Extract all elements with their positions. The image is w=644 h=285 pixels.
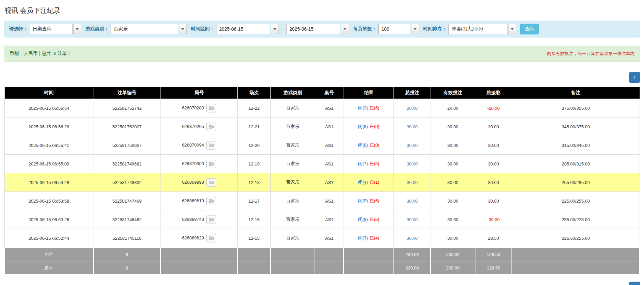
date-from-value[interactable]: 2025-06-15 bbox=[216, 24, 270, 34]
chevron-down-icon[interactable] bbox=[73, 24, 81, 34]
grand-total-valid-bet: 230.00 bbox=[431, 261, 475, 275]
query-type-value[interactable]: 日期查询 bbox=[30, 24, 72, 34]
cell-result: 闲(4)庄(1) bbox=[344, 173, 394, 192]
cell-time: 2025-06-15 06:56:28 bbox=[4, 118, 93, 136]
sort-order-select[interactable]: 降幂(由大到小) bbox=[448, 24, 516, 34]
cell-payout: 30.00 bbox=[475, 192, 512, 210]
video-replay-icon[interactable] bbox=[206, 123, 216, 131]
total-bet-link[interactable]: 30.00 bbox=[407, 143, 418, 148]
chevron-down-icon[interactable] bbox=[271, 24, 279, 34]
total-bet-link[interactable]: 30.00 bbox=[407, 236, 418, 241]
cell-remark: 255.00/225.00 bbox=[512, 210, 640, 229]
cell-valid-bet: 30.00 bbox=[431, 118, 475, 136]
round-id-text: 626870000 bbox=[182, 161, 204, 166]
page-size-select[interactable]: 100 bbox=[378, 24, 419, 34]
cell-total-bet: 30.00 bbox=[394, 210, 431, 229]
total-bet-link[interactable]: 30.00 bbox=[407, 199, 418, 204]
cell-bet-id: 522581749682 bbox=[93, 155, 161, 173]
video-replay-icon[interactable] bbox=[206, 197, 216, 205]
search-button[interactable]: 查询 bbox=[520, 24, 539, 34]
player-result: 闲(2) bbox=[358, 105, 368, 110]
empty-cell bbox=[270, 248, 315, 261]
cell-bet-id: 522581747469 bbox=[93, 192, 161, 210]
player-result: 闲(4) bbox=[358, 180, 368, 185]
cell-result: 闲(9)庄(0) bbox=[344, 118, 394, 136]
cell-game-type: 百家乐 bbox=[270, 136, 315, 155]
chevron-down-icon[interactable] bbox=[179, 24, 187, 34]
page-1-button[interactable]: 1 bbox=[629, 282, 640, 285]
table-row: 2025-06-15 06:56:54 522581752742 6268702… bbox=[4, 99, 640, 118]
cell-total-bet: 20.00 bbox=[394, 99, 431, 118]
table-row: 2025-06-15 06:55:41 522581750607 6268700… bbox=[4, 136, 640, 155]
total-bet-link[interactable]: 30.00 bbox=[407, 217, 418, 222]
banker-result: 庄(0) bbox=[370, 142, 379, 148]
page-1-button[interactable]: 1 bbox=[629, 72, 640, 83]
grand-total-row: 总计 8 230.00 230.00 128.50 bbox=[4, 261, 640, 275]
header-session: 场次 bbox=[237, 87, 270, 99]
video-replay-icon[interactable] bbox=[206, 178, 216, 187]
cell-bet-id: 522581746462 bbox=[93, 210, 161, 229]
round-id-text: 626870205 bbox=[182, 124, 204, 129]
cell-payout: -30.00 bbox=[475, 210, 512, 229]
cell-round-id: 626869629 bbox=[160, 229, 237, 248]
sort-order-value[interactable]: 降幂(由大到小) bbox=[448, 24, 507, 34]
video-replay-icon[interactable] bbox=[206, 104, 216, 112]
chevron-down-icon[interactable] bbox=[508, 24, 516, 34]
cell-time: 2025-06-15 06:53:26 bbox=[4, 210, 93, 229]
table-row: 2025-06-15 06:53:58 522581747469 6268698… bbox=[4, 192, 640, 210]
cell-valid-bet: 30.00 bbox=[431, 229, 475, 248]
total-bet-link[interactable]: 20.00 bbox=[407, 106, 418, 111]
video-replay-icon[interactable] bbox=[206, 141, 216, 150]
valid-bet-notice: 同局有效投注，统一计算在该局第一张注单内 bbox=[547, 51, 635, 57]
cell-bet-id: 522581748332 bbox=[93, 173, 161, 192]
cell-bet-id: 522581752742 bbox=[93, 99, 161, 118]
cell-valid-bet: 30.00 bbox=[431, 210, 475, 229]
cell-round-id: 626870205 bbox=[160, 118, 237, 136]
banker-result: 庄(6) bbox=[370, 105, 379, 110]
header-game-type: 游戏类别 bbox=[270, 87, 315, 99]
cell-remark: 225.00/255.00 bbox=[512, 192, 640, 210]
cell-remark: 285.00/315.00 bbox=[512, 155, 640, 173]
pagination-top: 1 bbox=[4, 72, 640, 83]
cell-session: 12-16 bbox=[237, 210, 270, 229]
table-row: 2025-06-15 06:55:09 522581749682 6268700… bbox=[4, 155, 640, 173]
cell-result: 闲(9)庄(6) bbox=[344, 192, 394, 210]
date-to-picker[interactable]: 2025-06-15 bbox=[286, 24, 349, 34]
page-size-value[interactable]: 100 bbox=[378, 24, 410, 34]
header-remark: 备注 bbox=[512, 87, 640, 99]
table-row: 2025-06-15 06:54:28 522581748332 6268698… bbox=[4, 173, 640, 192]
cell-time: 2025-06-15 06:53:58 bbox=[4, 192, 93, 210]
date-to-value[interactable]: 2025-06-15 bbox=[286, 24, 340, 34]
video-replay-icon[interactable] bbox=[206, 160, 216, 168]
caret-down-icon bbox=[511, 28, 514, 30]
game-type-select[interactable]: 百家乐 bbox=[111, 24, 187, 34]
cell-session: 12-21 bbox=[237, 118, 270, 136]
query-type-select[interactable]: 日期查询 bbox=[30, 24, 81, 34]
cell-result: 闲(9)庄(6) bbox=[344, 210, 394, 229]
date-range-separator: ~ bbox=[281, 26, 284, 32]
cell-table-no: AS1 bbox=[315, 118, 344, 136]
subtotal-valid-bet: 230.00 bbox=[431, 248, 475, 261]
subtotal-label: 小计 bbox=[4, 248, 93, 261]
cell-game-type: 百家乐 bbox=[270, 192, 315, 210]
date-from-picker[interactable]: 2025-06-15 bbox=[216, 24, 279, 34]
chevron-down-icon[interactable] bbox=[341, 24, 349, 34]
filter-bar: 请选择： 日期查询 游戏类别： 百家乐 时间区间： 2025-06-15 ~ 2… bbox=[4, 21, 640, 37]
total-bet-link[interactable]: 30.00 bbox=[407, 161, 418, 166]
cell-bet-id: 522581745116 bbox=[93, 229, 161, 248]
game-type-value[interactable]: 百家乐 bbox=[111, 24, 178, 34]
cell-time: 2025-06-15 06:55:09 bbox=[4, 155, 93, 173]
empty-cell bbox=[237, 261, 270, 275]
total-bet-link[interactable]: 30.00 bbox=[407, 124, 418, 129]
total-bet-link[interactable]: 30.00 bbox=[407, 180, 418, 185]
video-replay-icon[interactable] bbox=[206, 234, 216, 242]
banker-result: 庄(6) bbox=[370, 217, 379, 222]
cell-total-bet: 30.00 bbox=[394, 155, 431, 173]
page-size-label: 每页笔数： bbox=[353, 26, 377, 32]
cell-time: 2025-06-15 06:52:44 bbox=[4, 229, 93, 248]
cell-session: 12-17 bbox=[237, 192, 270, 210]
video-replay-icon[interactable] bbox=[206, 215, 216, 224]
empty-cell bbox=[237, 248, 270, 261]
cell-total-bet: 30.00 bbox=[394, 118, 431, 136]
chevron-down-icon[interactable] bbox=[411, 24, 419, 34]
